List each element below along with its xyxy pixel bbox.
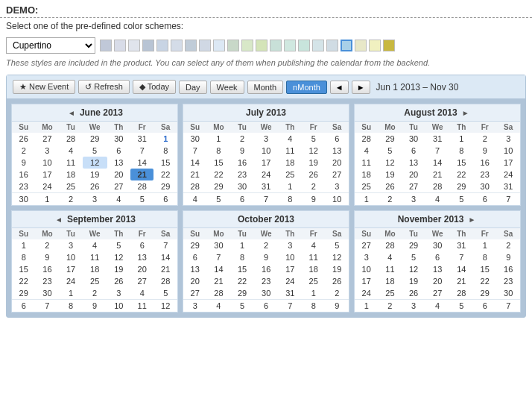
table-row[interactable]: 31 [496,180,520,193]
swatch-11[interactable] [241,40,253,51]
table-row[interactable]: 31 [450,239,473,251]
table-row[interactable]: 13 [425,263,450,275]
table-row[interactable]: 22 [153,169,177,180]
table-row[interactable]: 16 [12,169,35,180]
table-row[interactable]: 4 [279,133,302,145]
table-row[interactable]: 29 [183,239,206,251]
table-row[interactable]: 5 [130,193,153,206]
table-row[interactable]: 17 [355,275,378,287]
table-row[interactable]: 5 [302,133,325,145]
table-row[interactable]: 1 [230,239,253,251]
table-row[interactable]: 4 [183,193,206,206]
table-row[interactable]: 2 [378,300,402,313]
table-row[interactable]: 16 [254,263,279,275]
table-row[interactable]: 21 [183,169,206,180]
table-row[interactable]: 7 [206,251,230,263]
table-row[interactable]: 30 [107,133,130,145]
table-row[interactable]: 2 [230,133,253,145]
table-row[interactable]: 5 [378,145,402,157]
table-row[interactable]: 9 [325,300,349,313]
table-row[interactable]: 10 [254,145,279,157]
table-row[interactable]: 7 [496,193,520,206]
table-row[interactable]: 8 [153,145,177,157]
table-row[interactable]: 4 [83,239,107,251]
swatch-2[interactable] [114,40,126,51]
table-row[interactable]: 29 [153,180,177,193]
next-button[interactable]: ► [352,81,370,94]
table-row[interactable]: 2 [496,239,520,251]
table-row[interactable]: 4 [59,145,82,157]
table-row[interactable]: 7 [279,300,302,313]
table-row[interactable]: 9 [254,251,279,263]
nov-next[interactable]: ► [466,216,477,224]
today-button[interactable]: ◆ Today [133,80,176,94]
table-row[interactable]: 4 [107,193,130,206]
table-row[interactable]: 27 [402,180,425,193]
table-row[interactable]: 24 [355,287,378,300]
table-row[interactable]: 1 [450,133,473,145]
table-row[interactable]: 14 [425,157,450,169]
table-row[interactable]: 9 [230,145,253,157]
table-row[interactable]: 17 [59,263,82,275]
table-row[interactable]: 13 [402,157,425,169]
table-row[interactable]: 27 [35,133,59,145]
table-row[interactable]: 1 [153,133,177,145]
aug-next[interactable]: ► [460,109,471,117]
table-row[interactable]: 3 [254,133,279,145]
table-row[interactable]: 1 [355,193,378,206]
table-row[interactable]: 6 [230,193,253,206]
swatch-19[interactable] [355,40,367,51]
table-row[interactable]: 30 [425,239,450,251]
table-row[interactable]: 29 [402,239,425,251]
table-row[interactable]: 30 [496,287,520,300]
table-row[interactable]: 30 [254,287,279,300]
table-row[interactable]: 2 [59,193,82,206]
table-row[interactable]: 10 [355,263,378,275]
table-row[interactable]: 22 [206,169,230,180]
table-row[interactable]: 3 [279,239,302,251]
table-row[interactable]: 15 [206,157,230,169]
table-row[interactable]: 27 [107,180,130,193]
table-row[interactable]: 12 [153,300,177,313]
table-row[interactable]: 19 [83,169,107,180]
table-row[interactable]: 19 [378,169,402,180]
table-row[interactable]: 18 [378,275,402,287]
table-row[interactable]: 2 [83,287,107,300]
table-row[interactable]: 12 [302,145,325,157]
table-row[interactable]: 11 [83,251,107,263]
table-row[interactable]: 2 [378,193,402,206]
day-button[interactable]: Day [179,81,207,94]
table-row[interactable]: 29 [206,180,230,193]
table-row[interactable]: 10 [496,145,520,157]
table-row[interactable]: 4 [355,145,378,157]
table-row[interactable]: 22 [12,275,35,287]
table-row[interactable]: 29 [83,133,107,145]
table-row[interactable]: 22 [450,169,473,180]
swatch-13[interactable] [270,40,282,51]
table-row[interactable]: 5 [402,251,425,263]
table-row[interactable]: 7 [183,145,206,157]
table-row[interactable]: 3 [35,145,59,157]
swatch-21[interactable] [383,40,395,51]
table-row[interactable]: 4 [425,193,450,206]
table-row[interactable]: 13 [130,251,153,263]
table-row[interactable]: 1 [206,133,230,145]
nmonth-button[interactable]: nMonth [286,81,327,94]
table-row[interactable]: 9 [496,251,520,263]
table-row[interactable]: 6 [473,193,496,206]
swatch-10[interactable] [227,40,239,51]
table-row[interactable]: 11 [59,157,82,169]
table-row[interactable]: 23 [230,169,253,180]
table-row[interactable]: 10 [325,193,349,206]
table-row[interactable]: 28 [425,180,450,193]
table-row[interactable]: 25 [59,180,82,193]
prev-button[interactable]: ◄ [330,81,349,94]
table-row[interactable]: 6 [107,145,130,157]
table-row[interactable]: 29 [230,287,253,300]
table-row[interactable]: 7 [35,300,59,313]
table-row[interactable]: 17 [496,157,520,169]
table-row[interactable]: 9 [12,157,35,169]
scheme-select[interactable]: Cupertino Default Blue Green [6,37,95,54]
table-row[interactable]: 1 [473,239,496,251]
table-row[interactable]: 25 [279,169,302,180]
